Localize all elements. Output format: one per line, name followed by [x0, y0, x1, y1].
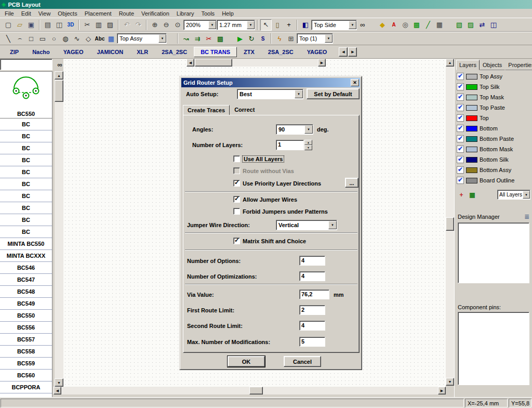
number-of-layers-stepper[interactable]: 1 ▲▼ — [276, 140, 312, 150]
document-tab[interactable]: YAGEO — [57, 47, 90, 57]
chevron-down-icon[interactable] — [325, 34, 332, 43]
toolbar-button[interactable]: Abc — [94, 33, 105, 44]
layer-name[interactable]: Top Mask — [480, 94, 504, 100]
component-list-item[interactable]: BC556 — [0, 322, 52, 334]
component-pins-list[interactable] — [458, 312, 529, 385]
layer-color-swatch[interactable] — [466, 105, 477, 111]
layer-name[interactable]: Top Paste — [480, 104, 505, 111]
toolbar-button[interactable]: ⊞ — [285, 33, 297, 44]
scrollbar-thumb[interactable] — [446, 217, 454, 231]
toolbar-button[interactable]: ▶ — [234, 33, 246, 44]
set-by-default-button[interactable]: Set by Default — [307, 88, 360, 99]
panel-tab[interactable]: Layers — [456, 60, 480, 70]
component-list-item[interactable]: BCPPORA — [0, 381, 52, 393]
component-list-item[interactable]: MINTA BC550 — [0, 238, 52, 250]
toolbar-button[interactable]: ▨ — [104, 19, 116, 31]
layer-visibility-checkbox[interactable] — [457, 177, 464, 184]
spin-down-icon[interactable]: ▼ — [304, 145, 312, 150]
toolbar-button[interactable]: ∿ — [71, 33, 83, 44]
document-tab[interactable]: YAGEO — [300, 47, 334, 57]
toolbar-button[interactable]: ▦ — [105, 33, 117, 44]
document-tab[interactable]: ZTX — [237, 47, 261, 57]
checkbox-box[interactable] — [233, 238, 240, 244]
toolbar-button[interactable]: ▤ — [42, 19, 54, 31]
toolbar-button[interactable]: ○ — [48, 33, 60, 44]
menu-item[interactable]: File — [1, 9, 18, 18]
component-list-item[interactable]: BC — [0, 178, 52, 190]
layer-visibility-checkbox[interactable] — [457, 104, 464, 111]
layer-name[interactable]: Bottom Paste — [480, 136, 514, 142]
document-tab[interactable]: Nacho — [25, 47, 57, 57]
jumper-wire-direction-combo[interactable]: Vertical — [276, 220, 337, 230]
component-list-item[interactable]: BC548 — [0, 286, 52, 298]
chevron-down-icon[interactable] — [247, 21, 255, 29]
chevron-down-icon[interactable] — [349, 21, 356, 29]
toolbar-button[interactable]: ▥ — [93, 19, 104, 31]
scroll-up-icon[interactable]: ▲ — [55, 71, 63, 80]
layer-color-swatch[interactable] — [466, 147, 477, 152]
toolbar-button[interactable]: ϟ — [274, 33, 285, 44]
component-list-item[interactable]: BC — [0, 226, 52, 238]
scrollbar-track[interactable] — [55, 71, 63, 387]
component-list-item[interactable]: BC — [0, 214, 52, 226]
menu-item[interactable]: Verification — [138, 9, 173, 18]
chevron-down-icon[interactable] — [304, 125, 313, 134]
toolbar-button[interactable]: ✂ — [203, 33, 215, 44]
layer-color-swatch[interactable] — [466, 178, 477, 183]
layer-color-swatch[interactable] — [466, 136, 477, 142]
forbid-jumpers-checkbox[interactable]: Forbid Jumpers under Patterns — [233, 208, 328, 215]
menu-item[interactable]: Library — [173, 9, 198, 18]
toolbar-combo[interactable]: Top Side — [311, 20, 357, 30]
canvas-top-scrollbar[interactable]: ◀ ▶ — [187, 59, 326, 67]
toolbar-combo[interactable]: Top Assy — [117, 33, 167, 44]
toolbar-combo[interactable]: 200% — [183, 20, 217, 30]
matrix-shift-checkbox[interactable]: Matrix Shift and Choice — [233, 238, 306, 244]
canvas-vertical-scrollbar[interactable]: ▲ ▼ — [446, 59, 454, 386]
layer-name[interactable]: Bottom Assy — [480, 167, 511, 173]
document-tab[interactable]: JAMICON — [90, 47, 130, 57]
layer-setup-icon[interactable]: ▦ — [468, 190, 477, 200]
layer-name[interactable]: Board Outline — [480, 177, 514, 183]
component-list-item[interactable]: BC559 — [0, 358, 52, 370]
component-list-item[interactable]: BC — [0, 154, 52, 166]
scrollbar-thumb[interactable] — [195, 59, 232, 67]
chevron-down-icon[interactable] — [328, 221, 337, 229]
spin-up-icon[interactable]: ▲ — [304, 140, 312, 145]
layer-name[interactable]: Bottom Silk — [480, 156, 509, 163]
layer-visibility-checkbox[interactable] — [457, 125, 464, 132]
layer-name[interactable]: Top Silk — [480, 84, 500, 90]
component-list-item[interactable]: BC546 — [0, 262, 52, 274]
allow-jumper-wires-checkbox[interactable]: Allow Jumper Wires — [233, 196, 297, 203]
component-list-item[interactable]: BC — [0, 142, 52, 154]
layer-name[interactable]: Bottom — [480, 125, 498, 131]
layer-name[interactable]: Top Assy — [480, 73, 502, 80]
toolbar-button[interactable]: ▯ — [272, 19, 283, 31]
number-of-options-field[interactable]: 4 — [299, 256, 325, 266]
toolbar-button[interactable]: ⇉ — [192, 33, 203, 44]
menu-item[interactable]: Objects — [54, 9, 81, 18]
toolbar-button[interactable]: + — [283, 19, 295, 31]
priority-directions-more-button[interactable]: ... — [345, 178, 358, 188]
toolbar-button[interactable]: ◆ — [377, 19, 388, 31]
toolbar-button[interactable]: ⊕ — [149, 19, 161, 31]
layer-color-swatch[interactable] — [466, 84, 477, 90]
toolbar-button[interactable]: ▩ — [411, 19, 422, 31]
panel-tab[interactable]: Objects — [480, 60, 505, 70]
toolbar-button[interactable]: ↶ — [121, 19, 132, 31]
toolbar-button[interactable]: ◫ — [54, 19, 65, 31]
chevron-down-icon[interactable] — [158, 34, 166, 43]
design-manager-list[interactable] — [458, 222, 529, 283]
number-of-optimizations-field[interactable]: 4 — [299, 271, 325, 281]
component-list-scrollbar[interactable]: ▲ ▼ — [55, 71, 63, 387]
document-tab[interactable]: 2SA_2SC — [261, 47, 300, 57]
chevron-down-icon[interactable] — [523, 191, 530, 199]
component-list-item[interactable]: BC — [0, 119, 52, 130]
scroll-left-icon[interactable]: ◀ — [187, 59, 194, 67]
scroll-up-icon[interactable]: ▲ — [446, 59, 454, 67]
component-search-input[interactable] — [0, 59, 52, 70]
layer-visibility-checkbox[interactable] — [457, 146, 464, 153]
layer-visibility-checkbox[interactable] — [457, 94, 464, 101]
component-list-item[interactable]: BC — [0, 166, 52, 178]
panel-tab[interactable]: Properties — [505, 60, 532, 70]
scrollbar-thumb[interactable] — [55, 80, 63, 102]
